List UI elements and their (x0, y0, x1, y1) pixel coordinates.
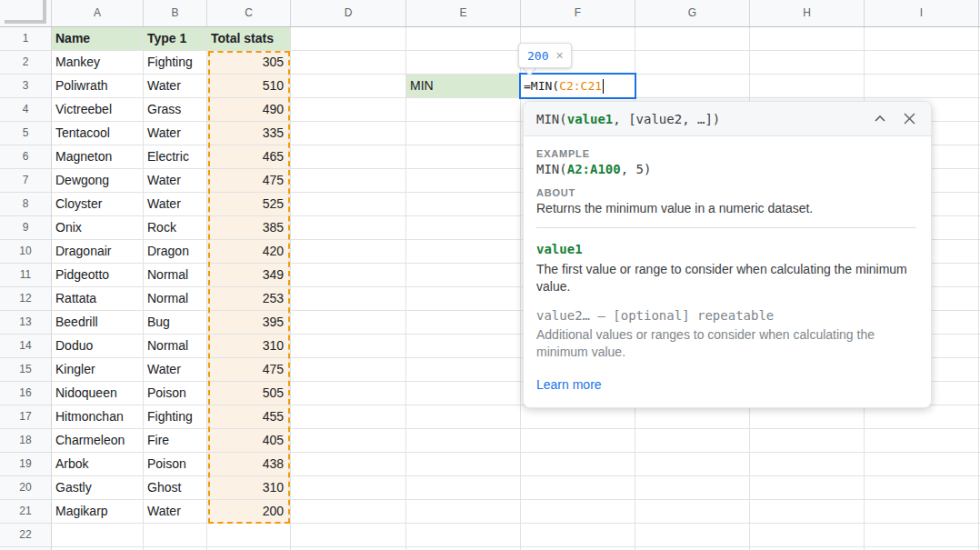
cell-name[interactable]: Doduo (52, 335, 144, 358)
cell-total[interactable]: 310 (207, 476, 291, 500)
cell-type[interactable]: Water (144, 169, 207, 193)
cell-type[interactable]: Fighting (144, 405, 207, 429)
close-icon[interactable] (903, 112, 916, 125)
cell-type[interactable]: Water (144, 358, 207, 382)
cell-type[interactable]: Fire (144, 429, 207, 453)
row-header[interactable]: 6 (0, 145, 51, 169)
cell-type[interactable]: Normal (144, 287, 207, 311)
close-icon[interactable]: × (555, 49, 563, 62)
cell-type[interactable]: Electric (144, 145, 207, 169)
cell-total[interactable]: 253 (207, 287, 291, 311)
cell-type[interactable]: Normal (144, 264, 207, 287)
cell-total[interactable]: 455 (207, 405, 291, 429)
cell-E3-min-label[interactable]: MIN (406, 75, 521, 98)
row-header[interactable]: 15 (0, 358, 51, 382)
chevron-up-icon[interactable] (874, 115, 886, 123)
row-header[interactable]: 17 (0, 405, 51, 429)
row-header[interactable]: 19 (0, 453, 51, 476)
column-header[interactable]: H (750, 0, 865, 26)
cell-name[interactable]: Magikarp (52, 500, 144, 524)
column-header[interactable]: I (865, 0, 979, 26)
cell-total[interactable]: 310 (207, 335, 291, 358)
row-header[interactable]: 12 (0, 287, 51, 311)
cell-total[interactable]: 420 (207, 240, 291, 264)
cell-B1-type-header[interactable]: Type 1 (144, 27, 207, 51)
column-header[interactable]: C (207, 0, 291, 26)
row-header[interactable]: 14 (0, 335, 51, 358)
row-header[interactable]: 21 (0, 500, 51, 524)
row-header[interactable]: 9 (0, 216, 51, 240)
cell-name[interactable]: Rattata (52, 287, 144, 311)
cell-name[interactable]: Nidoqueen (52, 382, 144, 405)
row-header[interactable]: 16 (0, 382, 51, 405)
row-header[interactable]: 20 (0, 476, 51, 500)
row-header[interactable]: 4 (0, 98, 51, 122)
cell-name[interactable]: Pidgeotto (52, 264, 144, 287)
row-header[interactable]: 18 (0, 429, 51, 453)
row-header[interactable]: 11 (0, 264, 51, 287)
column-header[interactable]: B (144, 0, 207, 26)
cell-type[interactable]: Water (144, 193, 207, 216)
cell-type[interactable]: Rock (144, 216, 207, 240)
cell-type[interactable]: Water (144, 75, 207, 98)
cell-total[interactable]: 525 (207, 193, 291, 216)
cell-type[interactable]: Grass (144, 98, 207, 122)
select-all-corner[interactable] (0, 0, 52, 26)
cell-type[interactable]: Ghost (144, 476, 207, 500)
learn-more-link[interactable]: Learn more (536, 377, 602, 392)
cell-name[interactable]: Charmeleon (52, 429, 144, 453)
row-header[interactable]: 22 (0, 524, 51, 547)
row-header[interactable]: 13 (0, 311, 51, 335)
row-header[interactable]: 5 (0, 122, 51, 145)
cell-total[interactable]: 200 (207, 500, 291, 524)
cell-total[interactable]: 385 (207, 216, 291, 240)
cell-name[interactable]: Cloyster (52, 193, 144, 216)
formula-edit-cell[interactable]: =MIN(C2:C21 (519, 73, 636, 99)
cell-total[interactable]: 465 (207, 145, 291, 169)
cell-name[interactable]: Gastly (52, 476, 144, 500)
cell-total[interactable]: 405 (207, 429, 291, 453)
cell-type[interactable]: Fighting (144, 51, 207, 75)
column-header[interactable]: G (635, 0, 750, 26)
cell-name[interactable]: Poliwrath (52, 75, 144, 98)
column-header[interactable]: D (291, 0, 406, 26)
cell-A1-name-header[interactable]: Name (52, 27, 144, 51)
cell-total[interactable]: 490 (207, 98, 291, 122)
cell-name[interactable]: Magneton (52, 145, 144, 169)
cell-name[interactable]: Victreebel (52, 98, 144, 122)
cell-type[interactable]: Water (144, 500, 207, 524)
cell-type[interactable]: Water (144, 122, 207, 145)
row-header[interactable]: 10 (0, 240, 51, 264)
row-header[interactable]: 3 (0, 75, 51, 98)
cell-total[interactable]: 475 (207, 169, 291, 193)
cell-total[interactable]: 395 (207, 311, 291, 335)
cell-type[interactable]: Poison (144, 453, 207, 476)
cell-name[interactable]: Dragonair (52, 240, 144, 264)
cell-total[interactable]: 505 (207, 382, 291, 405)
cell-total[interactable]: 510 (207, 75, 291, 98)
cell-total[interactable]: 335 (207, 122, 291, 145)
column-header[interactable]: F (521, 0, 635, 26)
cell-type[interactable]: Bug (144, 311, 207, 335)
cell-name[interactable]: Kingler (52, 358, 144, 382)
cell-total[interactable]: 438 (207, 453, 291, 476)
cell-name[interactable]: Onix (52, 216, 144, 240)
cell-type[interactable]: Normal (144, 335, 207, 358)
row-header[interactable]: 2 (0, 51, 51, 75)
cell-name[interactable]: Tentacool (52, 122, 144, 145)
cell-total[interactable]: 305 (207, 51, 291, 75)
cell-type[interactable]: Poison (144, 382, 207, 405)
cell-total[interactable]: 475 (207, 358, 291, 382)
cell-C1-total-header[interactable]: Total stats (207, 27, 291, 51)
cell-name[interactable]: Mankey (52, 51, 144, 75)
cell-name[interactable]: Beedrill (52, 311, 144, 335)
row-header[interactable]: 1 (0, 27, 51, 51)
cell-name[interactable]: Arbok (52, 453, 144, 476)
cell-name[interactable]: Hitmonchan (52, 405, 144, 429)
row-header[interactable]: 7 (0, 169, 51, 193)
cell-name[interactable]: Dewgong (52, 169, 144, 193)
column-header[interactable]: A (52, 0, 144, 26)
cell-total[interactable]: 349 (207, 264, 291, 287)
row-header[interactable]: 8 (0, 193, 51, 216)
column-header[interactable]: E (406, 0, 521, 26)
